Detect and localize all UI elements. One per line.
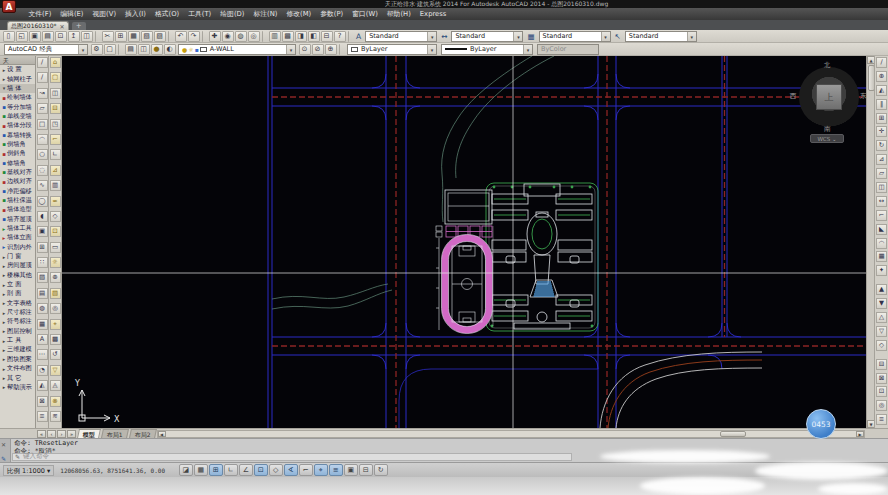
export-icon[interactable]: ◫ [81,31,93,42]
boundary-icon[interactable]: ⊠ [37,396,48,407]
toolbar-icon[interactable] [168,31,172,42]
screen-menu-item[interactable]: ▪ 绘制墙体 [0,93,35,102]
screen-menu-item[interactable]: ▪ 边线对齐 [0,177,35,186]
chevron-down-icon[interactable]: ▾ [687,32,696,41]
properties-icon[interactable]: ▥ [269,31,281,42]
elev-tool-icon[interactable]: ▽ [50,365,61,376]
wipeout-icon[interactable]: ◔ [37,365,48,376]
chamfer-icon[interactable]: ◣ [876,224,887,235]
trim-icon[interactable]: ◫ [876,182,887,193]
restore-tool-icon[interactable]: ↺ [50,349,61,360]
customize-icon[interactable]: ✎ [1,455,6,462]
screen-menu-item[interactable]: ▸ 识别内外 [0,243,35,252]
layout-nav-button[interactable]: › [57,430,66,438]
wall-tool-icon[interactable]: ⌂ [50,57,61,68]
markup-icon[interactable]: ⊟ [321,31,333,42]
id-point-icon[interactable]: ◎ [876,400,887,411]
coordinates-readout[interactable]: 12068056.63, 8751641.36, 0.00 [60,467,178,474]
layer-combo[interactable]: ● ☼ ▪ A-WALL ▾ [178,44,296,55]
viewcube-north-label[interactable]: 北 [824,61,831,70]
line-icon[interactable]: / [37,57,48,68]
draworder-below-icon[interactable]: ▽ [876,326,887,337]
quick-properties-toggle[interactable]: ⊟ [359,464,373,476]
move-icon[interactable]: ✛ [876,126,887,137]
toolbar-icon[interactable] [262,31,266,42]
screen-menu-item[interactable]: ▸ 轴网柱子 [0,74,35,83]
draworder-front-icon[interactable]: ▲ [876,284,887,295]
viewcube-south-label[interactable]: 南 [824,125,831,134]
hatch-icon[interactable]: ▨ [37,272,48,283]
list-icon[interactable]: ⊡ [876,386,887,397]
scroll-right-icon[interactable]: ▶ [856,431,864,437]
layer-prev2-icon[interactable]: ⊕ [325,44,337,55]
screen-menu-item[interactable]: ▸ 三维建模 [0,345,35,354]
designcenter-icon[interactable]: ▩ [282,31,294,42]
pattern-tool-icon[interactable]: ▩ [50,334,61,345]
chevron-down-icon[interactable]: ▾ [523,45,532,54]
selection-cycling-toggle[interactable]: ↻ [374,464,388,476]
arc-icon[interactable]: ◠ [37,134,48,145]
screen-menu-item[interactable]: ▸ 其 它 [0,373,35,382]
door-tool-icon[interactable]: ▢ [50,72,61,83]
symbol-tool-icon[interactable]: ◇ [50,211,61,222]
toolbar-icon[interactable] [95,31,99,42]
vertical-scrollbar[interactable]: ▲ ▼ [866,56,874,428]
measure-icon[interactable]: ⊟ [876,359,887,370]
copy-clip-icon[interactable]: ⊞ [115,31,127,42]
stretch-icon[interactable]: ▱ [876,168,887,179]
table-tool-icon[interactable]: ▭ [50,242,61,253]
wcs-dropdown[interactable]: WCS ⌄ [810,134,844,143]
dyn-toggle[interactable]: ⌖ [314,464,328,476]
window-tool-icon[interactable]: ◫ [50,88,61,99]
screen-menu-header[interactable]: 天 [0,56,35,65]
roof-tool-icon[interactable]: ⊿ [50,165,61,176]
axis-tool-icon[interactable]: ⊟ [50,103,61,114]
locate-tool-icon[interactable]: ⌖ [50,319,61,330]
plot-preview-icon[interactable]: ⊡ [55,31,67,42]
screen-menu-item[interactable]: ▪ 净距偏移 [0,186,35,195]
region-icon[interactable]: ◍ [37,303,48,314]
block-tool-icon[interactable]: ⊕ [50,272,61,283]
screen-menu-item[interactable]: ▸ 图层控制 [0,327,35,336]
screen-menu-item[interactable]: ▪ 单线变墙 [0,112,35,121]
sun-tool-icon[interactable]: ☼ [50,257,61,268]
scale-selector[interactable]: 比例 1:1000 ▾ [3,465,54,476]
extend-icon[interactable]: ↔ [876,196,887,207]
screen-menu-item[interactable]: ▪ 倒斜角 [0,149,35,158]
toolbar-icon[interactable] [202,31,206,42]
dim-tool-icon[interactable]: ≈ [50,196,61,207]
screen-menu-item[interactable]: ▸ 墙体工具 [0,224,35,233]
array-icon[interactable]: ⊞ [876,113,887,124]
mline-icon[interactable]: ≡ [37,411,48,422]
sun-icon[interactable]: ☼ [188,46,193,53]
offset-icon[interactable]: ∥ [876,99,887,110]
redo-icon[interactable]: ↷ [188,31,200,42]
workspace-settings-icon[interactable]: ⚙ [91,44,103,55]
layer-states-icon[interactable]: ◫ [138,44,150,55]
xline-icon[interactable]: ∕ [37,72,48,83]
mirror-icon[interactable]: ◭ [876,85,887,96]
chevron-down-icon[interactable]: ▾ [427,32,436,41]
corner-tool-icon[interactable]: ∟ [50,149,61,160]
hatch-tool-icon[interactable]: ▧ [50,288,61,299]
rotate-icon[interactable]: ↻ [876,140,887,151]
erase-icon[interactable]: ∕ [876,57,887,68]
layout-tab[interactable]: 布局1 [101,429,129,438]
screen-menu-item[interactable]: ▸ 工 具 [0,336,35,345]
zoom-window-icon[interactable]: ◍ [235,31,247,42]
new-tab-button[interactable]: + [72,22,86,30]
menu-item[interactable]: 格式(O) [150,8,183,20]
circle-icon[interactable]: ○ [37,149,48,160]
tab-close-icon[interactable]: ✕ [60,23,65,30]
otrack-toggle[interactable]: ∢ [284,464,298,476]
screen-menu-item[interactable]: ▸ 剖 面 [0,289,35,298]
chevron-down-icon[interactable]: ▾ [513,32,522,41]
draworder-above-icon[interactable]: △ [876,312,887,323]
paste-icon[interactable]: ▦ [128,31,140,42]
snap-toggle[interactable]: ▦ [194,464,208,476]
screen-menu-item[interactable]: ▪ 幕墙转换 [0,130,35,139]
screen-menu-item[interactable]: ▸ 立 面 [0,280,35,289]
viewcube-top-face[interactable]: 上 [816,84,842,110]
block-editor-icon[interactable]: ▨ [154,31,166,42]
copy-icon[interactable]: ⊕ [876,71,887,82]
